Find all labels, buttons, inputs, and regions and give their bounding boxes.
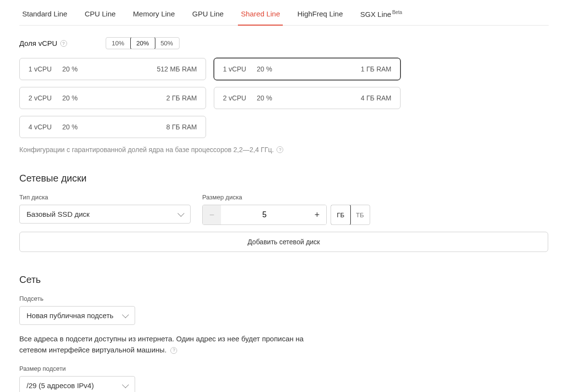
disk-unit-segmented: ГБ ТБ [331, 205, 370, 225]
config-ram: 4 ГБ RAM [361, 94, 391, 102]
tab-sgx-line[interactable]: SGX LineBeta [357, 10, 405, 25]
add-disk-button[interactable]: Добавить сетевой диск [19, 232, 548, 252]
tab-memory-line[interactable]: Memory Line [130, 10, 178, 25]
vcpu-share-label-text: Доля vCPU [19, 39, 57, 47]
help-icon[interactable]: ? [60, 40, 67, 47]
tab-highfreq-line[interactable]: HighFreq Line [294, 10, 346, 25]
disk-type-value: Базовый SSD диск [27, 210, 90, 218]
decrement-button[interactable]: − [203, 205, 221, 224]
disk-size-input[interactable] [221, 205, 308, 224]
disk-size-stepper: − + [202, 205, 327, 225]
disks-heading: Сетевые диски [19, 173, 549, 184]
config-pct: 20 % [62, 94, 166, 102]
config-pct: 20 % [62, 65, 157, 73]
tab-standard-line[interactable]: Standard Line [19, 10, 70, 25]
config-ram: 1 ГБ RAM [361, 65, 391, 73]
beta-badge: Beta [392, 10, 402, 15]
help-icon[interactable]: ? [170, 347, 177, 354]
config-grid: 1 vCPU 20 % 512 МБ RAM 1 vCPU 20 % 1 ГБ … [19, 58, 401, 138]
vcpu-share-label: Доля vCPU ? [19, 39, 67, 47]
tab-shared-line[interactable]: Shared Line [238, 10, 283, 25]
unit-tb[interactable]: ТБ [350, 205, 370, 224]
vcpu-share-50[interactable]: 50% [155, 38, 179, 49]
subnet-value: Новая публичная подсеть [27, 311, 113, 320]
config-pct: 20 % [257, 94, 361, 102]
subnet-hint: Все адреса в подсети доступны из интерне… [19, 334, 309, 355]
config-ram: 2 ГБ RAM [166, 94, 197, 102]
vcpu-share-10[interactable]: 10% [106, 38, 131, 49]
disk-type-label: Тип диска [19, 194, 191, 201]
config-cpu: 2 vCPU [28, 94, 62, 102]
config-pct: 20 % [62, 123, 166, 131]
chevron-down-icon [122, 311, 129, 318]
config-card[interactable]: 1 vCPU 20 % 1 ГБ RAM [214, 58, 401, 80]
subnet-select[interactable]: Новая публичная подсеть [19, 306, 135, 325]
config-cpu: 4 vCPU [28, 123, 62, 131]
subnet-size-value: /29 (5 адресов IPv4) [27, 381, 94, 390]
config-card[interactable]: 4 vCPU 20 % 8 ГБ RAM [19, 116, 206, 138]
network-heading: Сеть [19, 274, 549, 285]
config-cpu: 1 vCPU [223, 65, 257, 73]
increment-button[interactable]: + [308, 205, 326, 224]
config-ram: 512 МБ RAM [157, 65, 197, 73]
disk-type-select[interactable]: Базовый SSD диск [19, 205, 191, 224]
config-hint-text: Конфигурации с гарантированной долей ядр… [19, 146, 274, 154]
subnet-label: Подсеть [19, 295, 549, 302]
tab-sgx-label: SGX Line [360, 10, 391, 18]
vcpu-share-20[interactable]: 20% [130, 37, 155, 49]
config-pct: 20 % [257, 65, 361, 73]
subnet-hint-text: Все адреса в подсети доступны из интерне… [19, 335, 304, 354]
config-card[interactable]: 2 vCPU 20 % 4 ГБ RAM [214, 87, 401, 109]
config-card[interactable]: 2 vCPU 20 % 2 ГБ RAM [19, 87, 206, 109]
config-card[interactable]: 1 vCPU 20 % 512 МБ RAM [19, 58, 206, 80]
config-cpu: 1 vCPU [28, 65, 62, 73]
disk-size-label: Размер диска [202, 194, 370, 201]
chevron-down-icon [122, 381, 129, 388]
vcpu-share-segmented: 10% 20% 50% [106, 37, 180, 49]
config-hint: Конфигурации с гарантированной долей ядр… [19, 146, 549, 154]
subnet-size-select[interactable]: /29 (5 адресов IPv4) [19, 376, 135, 392]
tab-gpu-line[interactable]: GPU Line [189, 10, 226, 25]
subnet-size-label: Размер подсети [19, 365, 549, 372]
unit-gb[interactable]: ГБ [331, 205, 351, 225]
tab-cpu-line[interactable]: CPU Line [82, 10, 118, 25]
chevron-down-icon [178, 210, 184, 216]
help-icon[interactable]: ? [277, 146, 283, 153]
product-line-tabs: Standard Line CPU Line Memory Line GPU L… [19, 10, 549, 26]
config-ram: 8 ГБ RAM [166, 123, 197, 131]
config-cpu: 2 vCPU [223, 94, 257, 102]
